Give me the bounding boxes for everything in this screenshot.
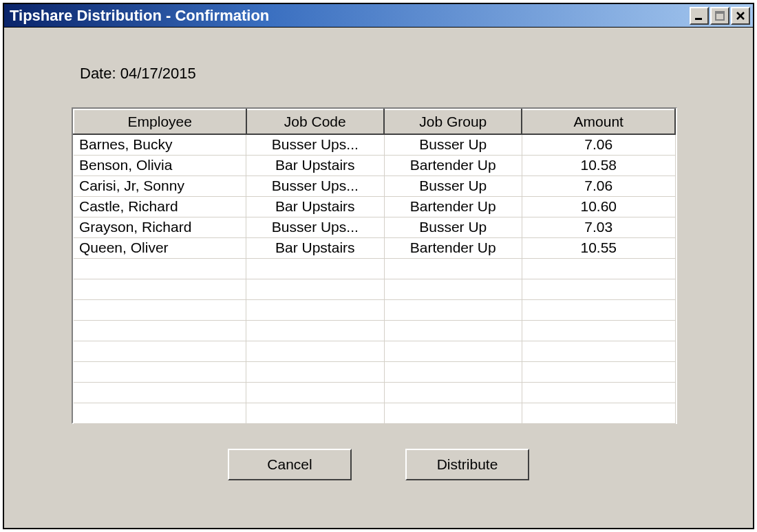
cell-empty [74,279,246,299]
table-row-empty [74,403,675,423]
date-label: Date: 04/17/2015 [80,65,196,83]
cell-empty [246,403,384,423]
table-row[interactable]: Barnes, BuckyBusser Ups...Busser Up7.06 [74,134,675,155]
cell-empty [522,320,675,341]
cell-amount: 7.06 [522,134,675,155]
window-controls [690,7,750,25]
close-button[interactable] [731,7,750,25]
cell-employee: Queen, Oliver [74,237,246,258]
cell-job-code: Busser Ups... [246,217,384,237]
cell-amount: 7.06 [522,175,675,196]
cell-empty [74,382,246,403]
table-row[interactable]: Castle, RichardBar UpstairsBartender Up1… [74,196,675,217]
col-header-job-group[interactable]: Job Group [384,109,522,134]
cell-employee: Grayson, Richard [74,217,246,237]
minimize-button[interactable] [690,7,709,25]
cell-amount: 10.60 [522,196,675,217]
cell-amount: 10.55 [522,237,675,258]
cell-job-group: Busser Up [384,175,522,196]
close-icon [736,11,745,21]
cell-empty [74,299,246,320]
window-title: Tipshare Distribution - Confirmation [10,7,269,25]
title-bar: Tipshare Distribution - Confirmation [4,4,753,28]
cell-empty [384,341,522,361]
cell-job-code: Bar Upstairs [246,237,384,258]
cell-empty [384,320,522,341]
cell-amount: 7.03 [522,217,675,237]
cell-empty [384,258,522,279]
table-row-empty [74,382,675,403]
cancel-button[interactable]: Cancel [228,449,352,480]
table-row-empty [74,341,675,361]
cell-employee: Benson, Olivia [74,155,246,175]
cell-job-group: Bartender Up [384,237,522,258]
maximize-icon [715,11,725,21]
cell-empty [246,279,384,299]
cell-empty [74,320,246,341]
window-frame: Tipshare Distribution - Confirmation [3,3,754,529]
cell-job-group: Bartender Up [384,155,522,175]
cell-job-group: Busser Up [384,134,522,155]
table-row-empty [74,299,675,320]
col-header-amount[interactable]: Amount [522,109,675,134]
cell-empty [522,299,675,320]
cell-empty [246,258,384,279]
table-row[interactable]: Benson, OliviaBar UpstairsBartender Up10… [74,155,675,175]
cell-empty [384,382,522,403]
cell-empty [522,341,675,361]
cell-empty [522,258,675,279]
cell-empty [246,320,384,341]
maximize-button[interactable] [710,7,729,25]
table-row-empty [74,320,675,341]
cell-job-code: Bar Upstairs [246,155,384,175]
distribute-button[interactable]: Distribute [405,449,529,480]
client-area: Date: 04/17/2015 Employee Job Code Job G… [4,28,753,528]
table-row-empty [74,279,675,299]
cell-empty [384,361,522,382]
cell-empty [246,299,384,320]
cell-empty [522,361,675,382]
cell-empty [74,258,246,279]
table-row-empty [74,258,675,279]
cell-empty [246,382,384,403]
cell-empty [384,299,522,320]
cell-empty [384,279,522,299]
cell-job-group: Bartender Up [384,196,522,217]
cell-employee: Barnes, Bucky [74,134,246,155]
table-row[interactable]: Queen, OliverBar UpstairsBartender Up10.… [74,237,675,258]
table-row[interactable]: Carisi, Jr, SonnyBusser Ups...Busser Up7… [74,175,675,196]
cell-job-code: Busser Ups... [246,175,384,196]
col-header-job-code[interactable]: Job Code [246,109,384,134]
cell-job-code: Bar Upstairs [246,196,384,217]
cell-empty [522,382,675,403]
cell-amount: 10.58 [522,155,675,175]
cell-empty [246,341,384,361]
table-row-empty [74,361,675,382]
cell-empty [384,403,522,423]
svg-rect-2 [716,12,724,14]
cell-empty [522,403,675,423]
cell-job-group: Busser Up [384,217,522,237]
cell-empty [74,361,246,382]
cell-employee: Carisi, Jr, Sonny [74,175,246,196]
cell-empty [74,403,246,423]
table-header-row: Employee Job Code Job Group Amount [74,109,675,134]
minimize-icon [694,11,704,21]
button-bar: Cancel Distribute [4,449,753,480]
cell-employee: Castle, Richard [74,196,246,217]
cell-empty [74,341,246,361]
col-header-employee[interactable]: Employee [74,109,246,134]
cell-job-code: Busser Ups... [246,134,384,155]
distribution-table-frame: Employee Job Code Job Group Amount Barne… [72,107,677,424]
svg-rect-0 [695,18,702,20]
cell-empty [522,279,675,299]
table-row[interactable]: Grayson, RichardBusser Ups...Busser Up7.… [74,217,675,237]
distribution-table: Employee Job Code Job Group Amount Barne… [73,109,676,424]
cell-empty [246,361,384,382]
